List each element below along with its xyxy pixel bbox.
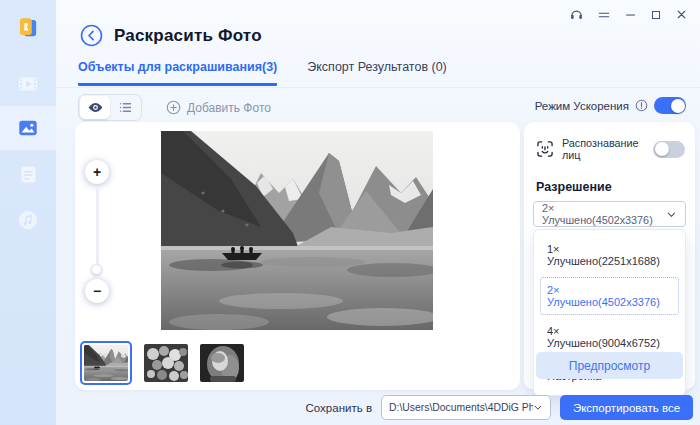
face-recognition-label: Распознавание лиц	[562, 137, 646, 161]
sidebar	[0, 0, 56, 425]
tab-export-results[interactable]: Экспорт Результатов (0)	[307, 60, 447, 86]
acceleration-label: Режим Ускорения	[535, 100, 629, 112]
preview-view-button[interactable]	[80, 96, 110, 119]
resolution-select[interactable]: 2× Улучшено(4502x3376)	[533, 201, 686, 227]
preview-button[interactable]: Предпросмотр	[536, 352, 683, 379]
face-recognition-icon	[535, 139, 555, 159]
back-arrow-icon	[80, 24, 103, 47]
resolution-option-4x[interactable]: 4× Улучшено(9004x6752)	[540, 318, 679, 356]
music-icon	[17, 209, 39, 231]
tab-bar: Объекты для раскрашивания(3) Экспорт Рез…	[78, 60, 447, 86]
save-to-label: Сохранить в	[306, 402, 372, 414]
headset-icon[interactable]	[569, 7, 584, 22]
app-logo	[0, 6, 56, 50]
zoom-slider-handle[interactable]	[91, 264, 102, 275]
list-icon	[118, 100, 133, 115]
plus-circle-icon	[166, 100, 181, 115]
titlebar-controls	[569, 7, 688, 22]
thumbnail-portrait[interactable]	[200, 344, 244, 382]
back-button[interactable]	[80, 24, 103, 47]
face-recognition-toggle[interactable]	[653, 141, 685, 158]
header-divider	[56, 87, 700, 88]
eye-icon	[87, 99, 104, 116]
sidebar-item-photo[interactable]	[0, 106, 56, 150]
chevron-down-icon	[666, 209, 677, 220]
video-enhancer-icon	[17, 73, 39, 95]
minimize-button[interactable]	[624, 8, 637, 21]
page-title: Раскрасить Фото	[114, 26, 262, 46]
zoom-slider-track[interactable]	[96, 188, 99, 272]
sidebar-item-video[interactable]	[0, 62, 56, 106]
zoom-out-button[interactable]: −	[85, 279, 109, 303]
save-path-select[interactable]: D:\Users\Documents\4DDiG Phot...	[381, 395, 551, 420]
document-icon	[18, 164, 39, 185]
settings-panel: Распознавание лиц Разрешение 2× Улучшено…	[524, 122, 695, 390]
acceleration-toggle[interactable]	[654, 97, 686, 114]
app-window: Раскрасить Фото Объекты для раскрашивани…	[0, 0, 700, 425]
sidebar-item-document[interactable]	[0, 152, 56, 196]
sidebar-item-audio[interactable]	[0, 198, 56, 242]
image-viewer-card: + −	[75, 122, 520, 390]
resolution-option-2x[interactable]: 2× Улучшено(4502x3376)	[540, 277, 679, 315]
close-button[interactable]	[675, 8, 688, 21]
add-photo-button[interactable]: Добавить Фото	[166, 100, 271, 115]
photo-enhancer-icon	[17, 117, 39, 139]
save-path-value: D:\Users\Documents\4DDiG Phot...	[389, 402, 533, 413]
info-icon[interactable]	[635, 99, 648, 112]
list-view-button[interactable]	[110, 96, 140, 119]
thumbnail-landscape-selected[interactable]	[80, 341, 132, 385]
zoom-in-button[interactable]: +	[85, 160, 109, 184]
main-photo-preview[interactable]	[161, 131, 433, 330]
add-photo-label: Добавить Фото	[187, 101, 271, 115]
maximize-button[interactable]	[650, 9, 662, 21]
menu-icon[interactable]	[597, 8, 611, 22]
resolution-heading: Разрешение	[536, 180, 612, 194]
view-mode-switch	[78, 94, 142, 121]
resolution-option-1x[interactable]: 1× Улучшено(2251x1688)	[540, 236, 679, 274]
thumbnail-flowers[interactable]	[144, 344, 188, 382]
footer-bar: Сохранить в D:\Users\Documents\4DDiG Pho…	[56, 390, 700, 425]
tab-objects-to-colorize[interactable]: Объекты для раскрашивания(3)	[78, 60, 277, 86]
resolution-selected-value: 2× Улучшено(4502x3376)	[542, 202, 666, 226]
thumbnail-strip	[80, 341, 244, 385]
chevron-down-icon	[533, 402, 543, 413]
export-all-button[interactable]: Экспортировать все	[560, 395, 693, 420]
app-logo-icon	[15, 15, 41, 41]
